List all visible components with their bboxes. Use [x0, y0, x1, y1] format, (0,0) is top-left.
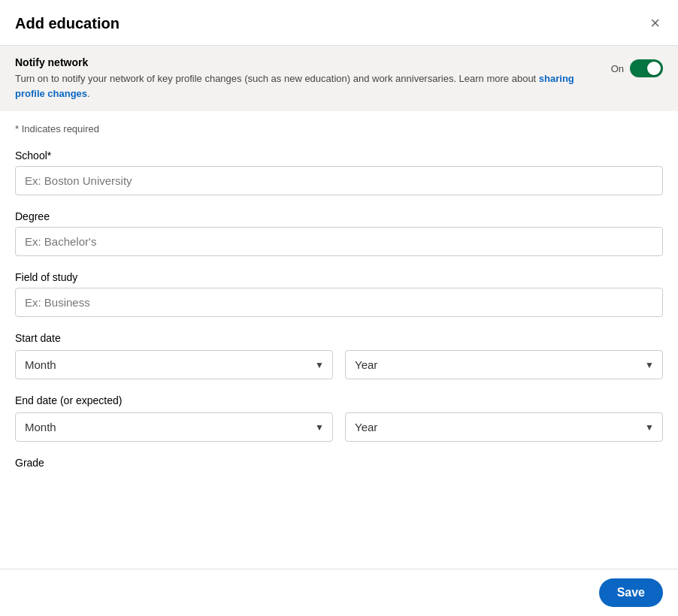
end-year-wrapper: Year202420232022202120202019201820172016… — [345, 412, 663, 442]
notify-desc-text: Turn on to notify your network of key pr… — [15, 73, 536, 84]
notify-banner: Notify network Turn on to notify your ne… — [0, 46, 678, 111]
modal-header: Add education × — [0, 0, 678, 46]
close-icon: × — [650, 15, 660, 32]
grade-group: Grade — [15, 457, 663, 469]
notify-description: Turn on to notify your network of key pr… — [15, 71, 596, 101]
start-month-select[interactable]: MonthJanuaryFebruaryMarchAprilMayJuneJul… — [15, 350, 333, 379]
add-education-modal: Add education × Notify network Turn on t… — [0, 0, 678, 616]
grade-label: Grade — [15, 457, 663, 469]
notify-toggle[interactable] — [630, 59, 663, 77]
school-label: School* — [15, 149, 663, 162]
end-month-select[interactable]: MonthJanuaryFebruaryMarchAprilMayJuneJul… — [15, 412, 333, 442]
degree-input[interactable] — [15, 227, 663, 256]
start-year-wrapper: Year202420232022202120202019201820172016… — [345, 350, 663, 379]
toggle-label: On — [611, 63, 624, 74]
start-date-row: MonthJanuaryFebruaryMarchAprilMayJuneJul… — [15, 350, 663, 379]
toggle-slider — [630, 59, 663, 77]
end-year-select[interactable]: Year202420232022202120202019201820172016… — [345, 412, 663, 442]
field-of-study-input[interactable] — [15, 288, 663, 317]
start-date-group: Start date MonthJanuaryFebruaryMarchApri… — [15, 332, 663, 379]
notify-toggle-area: On — [611, 59, 663, 77]
start-month-wrapper: MonthJanuaryFebruaryMarchAprilMayJuneJul… — [15, 350, 333, 379]
modal-title: Add education — [15, 15, 120, 32]
end-date-label: End date (or expected) — [15, 394, 663, 406]
degree-group: Degree — [15, 210, 663, 256]
end-month-wrapper: MonthJanuaryFebruaryMarchAprilMayJuneJul… — [15, 412, 333, 442]
field-of-study-group: Field of study — [15, 271, 663, 317]
end-date-group: End date (or expected) MonthJanuaryFebru… — [15, 394, 663, 442]
start-year-select[interactable]: Year202420232022202120202019201820172016… — [345, 350, 663, 379]
school-input[interactable] — [15, 166, 663, 195]
degree-label: Degree — [15, 210, 663, 222]
notify-title: Notify network — [15, 56, 596, 68]
school-group: School* — [15, 149, 663, 195]
field-of-study-label: Field of study — [15, 271, 663, 283]
modal-body: * Indicates required School* Degree Fiel… — [0, 111, 678, 569]
save-button[interactable]: Save — [599, 578, 663, 607]
end-date-row: MonthJanuaryFebruaryMarchAprilMayJuneJul… — [15, 412, 663, 442]
modal-footer: Save — [0, 569, 678, 616]
required-note: * Indicates required — [15, 123, 663, 134]
notify-text-area: Notify network Turn on to notify your ne… — [15, 56, 596, 101]
start-date-label: Start date — [15, 332, 663, 344]
close-button[interactable]: × — [647, 12, 663, 35]
notify-punctuation: . — [87, 88, 90, 99]
